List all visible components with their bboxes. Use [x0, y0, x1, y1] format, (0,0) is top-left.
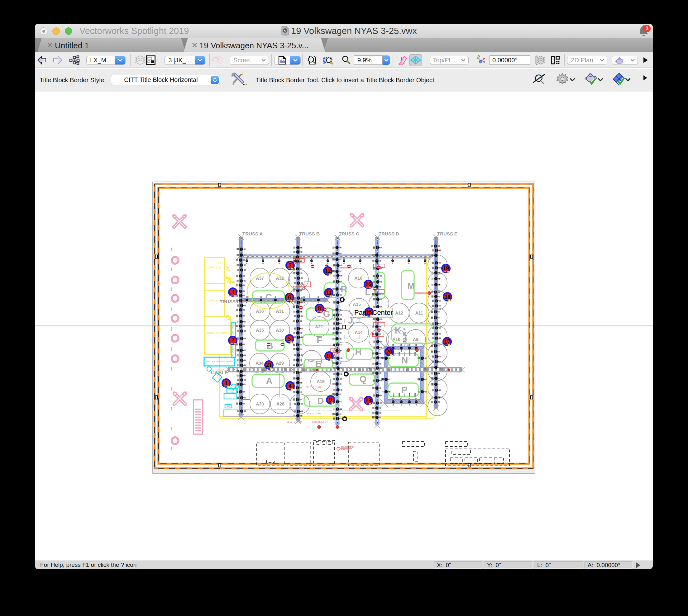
svg-text:---------: --------- [214, 334, 222, 337]
svg-text:DELETE (2) M4: DELETE (2) M4 [312, 421, 328, 423]
svg-text:-----------: ----------- [209, 302, 220, 305]
svg-text:3: 3 [231, 289, 234, 295]
svg-text:A36: A36 [256, 309, 264, 314]
svg-text:x: x [483, 60, 485, 64]
svg-text:36x8 TAP: 36x8 TAP [341, 448, 350, 450]
svg-text:A14: A14 [354, 330, 363, 335]
svg-text:DELETE (2) M4: DELETE (2) M4 [306, 386, 321, 389]
svg-text:A9: A9 [413, 337, 418, 342]
svg-text:OFFICE #2: OFFICE #2 [207, 299, 221, 302]
svg-text:#1: #1 [218, 261, 221, 264]
svg-text:y: y [478, 55, 480, 58]
svg-text:12: 12 [325, 267, 331, 274]
svg-text:A31: A31 [276, 309, 284, 314]
svg-text:A28: A28 [276, 401, 284, 406]
svg-text:A37: A37 [256, 276, 264, 281]
svg-text:TRUSS B: TRUSS B [299, 231, 320, 236]
svg-text:A24: A24 [307, 358, 316, 363]
svg-text:--------: -------- [229, 283, 236, 286]
svg-text:A12: A12 [395, 310, 403, 315]
svg-text:20: 20 [386, 348, 392, 355]
svg-text:A35: A35 [256, 328, 264, 333]
svg-text:19: 19 [443, 265, 449, 271]
svg-text:-----------: ----------- [209, 269, 220, 272]
svg-text:GAF: GAF [230, 392, 234, 393]
svg-text:A33: A33 [256, 401, 264, 406]
svg-text:CONF. ROOM #1: CONF. ROOM #1 [207, 331, 229, 334]
svg-text:13: 13 [366, 397, 371, 403]
svg-text:7: 7 [288, 262, 292, 268]
svg-text:CABLE: CABLE [211, 370, 228, 375]
svg-text:6: 6 [288, 294, 291, 301]
svg-text:1: 1 [225, 380, 228, 386]
svg-text:16: 16 [366, 281, 371, 287]
svg-text:17: 17 [444, 338, 451, 345]
svg-text:4: 4 [288, 382, 292, 389]
svg-text:DELETE (2) M4: DELETE (2) M4 [306, 412, 321, 415]
svg-text:A11: A11 [415, 310, 423, 315]
svg-text:100: 100 [227, 405, 230, 407]
svg-text:A19: A19 [317, 379, 325, 384]
svg-text:10: 10 [326, 353, 332, 359]
svg-text:N: N [402, 355, 408, 365]
svg-text:OFFICE #1: OFFICE #1 [207, 266, 221, 269]
svg-text:21: 21 [266, 361, 272, 368]
svg-text:TRUSS E: TRUSS E [437, 231, 457, 236]
svg-text:9: 9 [329, 396, 332, 403]
svg-text:A: A [266, 376, 273, 386]
svg-text:K: K [395, 326, 401, 335]
svg-text:TRUSS A: TRUSS A [242, 231, 263, 236]
svg-text:A15: A15 [353, 302, 361, 307]
svg-text:TRUSS C: TRUSS C [339, 231, 359, 236]
svg-text:A34: A34 [256, 361, 264, 366]
svg-text:DELETE (2) M4: DELETE (2) M4 [287, 421, 302, 423]
svg-text:Q: Q [360, 374, 367, 384]
svg-text:F: F [317, 335, 322, 345]
svg-text:2: 2 [231, 337, 234, 344]
svg-text:5: 5 [288, 335, 291, 342]
svg-text:A32: A32 [276, 276, 284, 281]
svg-text:M: M [407, 281, 415, 291]
svg-text:V: V [283, 28, 287, 33]
svg-text:Page Center: Page Center [354, 309, 393, 316]
svg-text:C: C [265, 292, 272, 302]
svg-text:RACKS & TRANSFORMER: RACKS & TRANSFORMER [206, 360, 233, 362]
svg-text:A21: A21 [315, 324, 323, 329]
svg-text:H: H [355, 347, 362, 357]
svg-text:E: E [315, 359, 321, 369]
svg-text:TRUSS F: TRUSS F [402, 328, 407, 344]
svg-text:SOUND DESK: SOUND DESK [341, 446, 354, 448]
svg-text:8: 8 [318, 305, 321, 311]
svg-text:A29: A29 [276, 361, 284, 366]
svg-text:TRUSS D: TRUSS D [379, 231, 399, 236]
svg-text:vwx: vwx [284, 33, 287, 35]
svg-text:...: ... [243, 80, 246, 85]
svg-text:A30: A30 [276, 328, 284, 333]
svg-text:18: 18 [445, 293, 451, 300]
svg-text:D: D [318, 396, 324, 406]
svg-text:J: J [348, 315, 353, 326]
svg-text:11: 11 [326, 289, 331, 296]
svg-text:A16: A16 [354, 276, 362, 281]
